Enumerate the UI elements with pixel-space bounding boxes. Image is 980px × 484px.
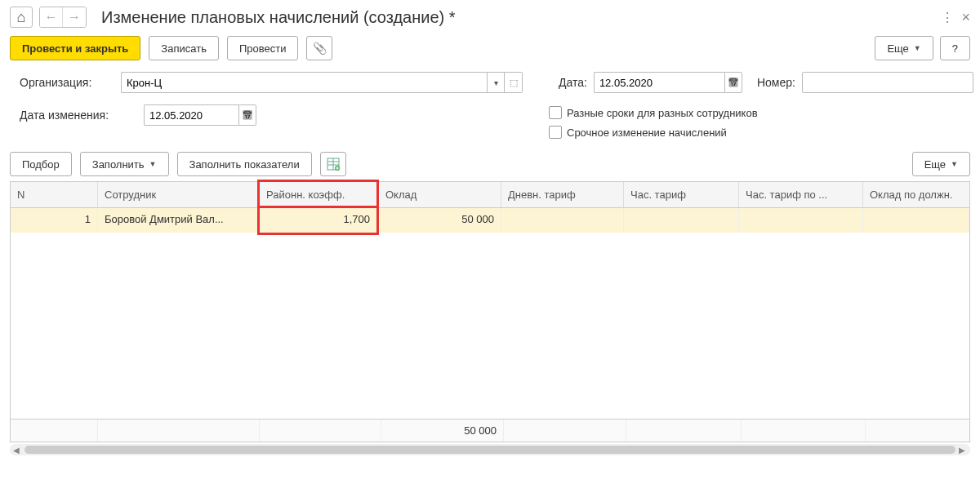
calendar-icon bbox=[728, 78, 739, 88]
date-input[interactable] bbox=[594, 72, 724, 93]
different-terms-checkbox[interactable] bbox=[549, 106, 562, 119]
change-date-label: Дата изменения: bbox=[20, 109, 137, 122]
number-input[interactable] bbox=[802, 72, 973, 93]
urgent-change-checkbox[interactable] bbox=[549, 126, 562, 139]
table-header: N Сотрудник Районн. коэфф. Оклад Дневн. … bbox=[11, 182, 969, 208]
cell-salary[interactable]: 50 000 bbox=[379, 208, 501, 233]
home-icon bbox=[17, 9, 26, 26]
cell-coef[interactable]: 1,700 bbox=[257, 206, 379, 235]
page-title: Изменение плановых начислений (создание)… bbox=[101, 8, 456, 27]
help-button[interactable]: ? bbox=[940, 36, 970, 60]
date-label: Дата: bbox=[559, 76, 587, 89]
menu-dots-icon[interactable]: ⋮ bbox=[941, 10, 953, 25]
columns-button[interactable] bbox=[320, 152, 346, 176]
col-hour-rate-pos-header[interactable]: Час. тариф по ... bbox=[739, 182, 863, 207]
table-footer: 50 000 bbox=[11, 419, 969, 442]
cell-n[interactable]: 1 bbox=[11, 208, 98, 233]
fill-indicators-button[interactable]: Заполнить показатели bbox=[177, 152, 312, 176]
col-coef-header[interactable]: Районн. коэфф. bbox=[257, 180, 379, 207]
org-label: Организация: bbox=[20, 76, 114, 89]
post-button[interactable]: Провести bbox=[227, 36, 299, 60]
save-button[interactable]: Записать bbox=[149, 36, 219, 60]
scroll-left-icon[interactable]: ◀ bbox=[13, 446, 21, 455]
nav-group: ← → bbox=[39, 7, 87, 28]
chevron-down-icon: ▼ bbox=[149, 160, 157, 168]
date-picker-button[interactable] bbox=[724, 72, 742, 93]
close-icon[interactable]: × bbox=[961, 9, 970, 26]
cell-day-rate[interactable] bbox=[501, 208, 624, 233]
col-hour-rate-header[interactable]: Час. тариф bbox=[624, 182, 739, 207]
employee-table: N Сотрудник Районн. коэфф. Оклад Дневн. … bbox=[10, 181, 970, 442]
org-dropdown-button[interactable]: ▾ bbox=[487, 72, 505, 93]
cell-hour-rate[interactable] bbox=[624, 208, 739, 233]
chevron-down-icon: ▼ bbox=[951, 160, 958, 168]
different-terms-label: Разные сроки для разных сотрудников bbox=[567, 107, 758, 119]
col-day-rate-header[interactable]: Дневн. тариф bbox=[501, 182, 624, 207]
open-icon bbox=[510, 78, 518, 88]
nav-forward-button[interactable]: → bbox=[63, 7, 86, 27]
footer-salary-total: 50 000 bbox=[381, 420, 504, 442]
fill-button[interactable]: Заполнить▼ bbox=[80, 152, 169, 176]
attach-button[interactable] bbox=[306, 36, 332, 60]
horizontal-scrollbar[interactable]: ◀ ▶ bbox=[10, 444, 970, 455]
col-salary-pos-header[interactable]: Оклад по должн. bbox=[863, 182, 969, 207]
grid-icon bbox=[327, 158, 340, 171]
cell-employee[interactable]: Боровой Дмитрий Вал... bbox=[98, 208, 260, 233]
table-body: 1 Боровой Дмитрий Вал... 1,700 50 000 bbox=[11, 208, 969, 419]
org-input[interactable] bbox=[121, 72, 487, 93]
change-date-input[interactable] bbox=[144, 104, 238, 126]
calendar-icon bbox=[242, 110, 253, 121]
table-row[interactable]: 1 Боровой Дмитрий Вал... 1,700 50 000 bbox=[11, 208, 969, 233]
post-and-close-button[interactable]: Провести и закрыть bbox=[10, 36, 140, 60]
table-more-button[interactable]: Еще▼ bbox=[912, 152, 970, 176]
scroll-right-icon[interactable]: ▶ bbox=[959, 446, 967, 455]
cell-hour-rate-pos[interactable] bbox=[739, 208, 863, 233]
org-open-button[interactable] bbox=[505, 72, 523, 93]
chevron-down-icon: ▼ bbox=[914, 44, 921, 52]
col-salary-header[interactable]: Оклад bbox=[379, 182, 501, 207]
scroll-thumb[interactable] bbox=[24, 446, 956, 454]
paperclip-icon bbox=[313, 42, 327, 55]
nav-back-button[interactable]: ← bbox=[40, 7, 63, 27]
urgent-change-label: Срочное изменение начислений bbox=[567, 127, 727, 139]
number-label: Номер: bbox=[757, 76, 795, 89]
cell-salary-pos[interactable] bbox=[863, 208, 969, 233]
col-employee-header[interactable]: Сотрудник bbox=[98, 182, 260, 207]
home-button[interactable] bbox=[10, 7, 33, 28]
more-button[interactable]: Еще▼ bbox=[875, 36, 933, 60]
col-n-header[interactable]: N bbox=[11, 182, 98, 207]
select-button[interactable]: Подбор bbox=[10, 152, 72, 176]
change-date-picker-button[interactable] bbox=[238, 104, 256, 126]
